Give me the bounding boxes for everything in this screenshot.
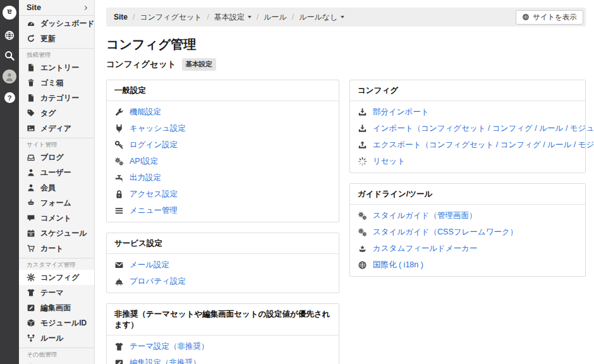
sidebar-item-module-id[interactable]: モジュールID xyxy=(19,315,94,331)
breadcrumb-item[interactable]: Site xyxy=(114,13,128,21)
sidebar-section-label: その他管理 xyxy=(19,348,94,360)
blog-icon xyxy=(27,153,35,162)
panel-link[interactable]: API設定 xyxy=(130,156,158,167)
calendar-icon xyxy=(27,229,35,238)
panel-title: ガイドライン/ツール xyxy=(350,184,585,205)
breadcrumb-item-label: ルール xyxy=(264,12,287,23)
sidebar-item-label: ダッシュボード xyxy=(40,18,95,29)
sidebar-item-tag[interactable]: タグ xyxy=(19,106,94,121)
rule-icon xyxy=(27,334,35,343)
panel-body: メール設定プロパティ設定 xyxy=(107,254,339,293)
panel-link[interactable]: インポート（コンフィグセット / コンフィグ / ルール / モジュール） xyxy=(373,123,594,134)
panel-body: 部分インポートインポート（コンフィグセット / コンフィグ / ルール / モジ… xyxy=(350,101,585,173)
breadcrumb-item[interactable]: コンフィグセット xyxy=(140,12,202,23)
panel-link[interactable]: 出力設定 xyxy=(130,173,161,183)
panel-link[interactable]: 国際化 ( i18n ) xyxy=(373,260,423,270)
sidebar-site-header[interactable]: Site xyxy=(19,0,94,16)
page-subtitle-row: コンフィグセット 基本設定 xyxy=(106,58,586,71)
sidebar-item-rule[interactable]: ルール xyxy=(19,331,94,346)
file-icon xyxy=(27,94,35,102)
panel-link[interactable]: エクスポート（コンフィグセット / コンフィグ / ルール / モジュール） xyxy=(373,140,594,150)
breadcrumb-separator: / xyxy=(133,13,135,21)
sidebar-item-user[interactable]: ユーザー xyxy=(19,165,94,180)
sidebar-item-schedule[interactable]: スケジュール xyxy=(19,226,94,241)
list-item: エクスポート（コンフィグセット / コンフィグ / ルール / モジュール） xyxy=(350,136,585,153)
a-blog-cms-logo-icon[interactable]: a xyxy=(3,6,16,20)
page-title: コンフィグ管理 xyxy=(106,36,586,53)
list-item: メール設定 xyxy=(107,257,339,273)
panel-link[interactable]: スタイルガイド（管理画面） xyxy=(373,210,477,221)
view-site-button[interactable]: サイトを表示 xyxy=(516,10,583,25)
panel-link[interactable]: 編集設定（非推奨） xyxy=(130,358,201,364)
globe-icon[interactable] xyxy=(4,30,15,41)
panel-link[interactable]: プロパティ設定 xyxy=(130,276,186,287)
breadcrumb-item-label: コンフィグセット xyxy=(140,12,202,23)
sidebar-item-category[interactable]: カテゴリー xyxy=(19,90,94,106)
list-item: 機能設定 xyxy=(107,104,339,120)
sidebar-item-dashboard[interactable]: ダッシュボード xyxy=(19,16,94,31)
panel-link[interactable]: スタイルガイド（CSSフレームワーク） xyxy=(373,227,518,238)
list-item: アクセス設定 xyxy=(107,186,339,202)
user-icon xyxy=(27,183,35,192)
sidebar-item-update[interactable]: 更新 xyxy=(19,31,94,46)
sidebar-item-label: メディア xyxy=(40,123,71,134)
panel-link[interactable]: キャッシュ設定 xyxy=(130,123,186,134)
list-item: 出力設定 xyxy=(107,169,339,186)
tshirt-icon xyxy=(114,342,124,351)
panel-link[interactable]: ログイン設定 xyxy=(130,140,178,150)
avatar[interactable] xyxy=(3,70,16,83)
panel-body: テーマ設定（非推奨）編集設定（非推奨）ユニット設定（非推奨）一括変更フィールド設… xyxy=(107,336,339,364)
panel-deprecated: 非推奨（テーマセットや編集画面セットの設定値が優先されます）テーマ設定（非推奨）… xyxy=(106,303,339,364)
panel-link[interactable]: カスタムフィールドメーカー xyxy=(373,243,477,254)
sidebar-item-config[interactable]: コンフィグ xyxy=(19,270,94,285)
list-item: インポート（コンフィグセット / コンフィグ / ルール / モジュール） xyxy=(350,120,585,136)
panel-link[interactable]: メニュー管理 xyxy=(130,205,178,216)
sidebar-item-trash[interactable]: ゴミ箱 xyxy=(19,75,94,90)
mail-icon xyxy=(114,260,124,270)
sidebar-item-comment[interactable]: コメント xyxy=(19,210,94,226)
sidebar-item-label: 編集画面 xyxy=(40,303,71,313)
menu-icon xyxy=(114,206,124,215)
view-site-label: サイトを表示 xyxy=(533,13,577,22)
breadcrumb-item[interactable]: 基本設定 xyxy=(214,12,252,23)
sidebar: Site ダッシュボード更新投稿管理エントリーゴミ箱カテゴリータグメディアサイト… xyxy=(19,0,95,364)
comment-icon xyxy=(27,214,35,222)
left-column: 一般設定機能設定キャッシュ設定ログイン設定API設定出力設定アクセス設定メニュー… xyxy=(106,80,339,364)
sidebar-item-form[interactable]: フォーム xyxy=(19,195,94,210)
breadcrumb-item[interactable]: ルール xyxy=(264,12,287,23)
sidebar-item-entry[interactable]: エントリー xyxy=(19,60,94,75)
upload-icon xyxy=(358,140,367,150)
panel-link[interactable]: テーマ設定（非推奨） xyxy=(130,341,209,352)
list-item: カスタムフィールドメーカー xyxy=(350,240,585,257)
help-icon[interactable]: ? xyxy=(4,92,15,103)
sidebar-item-label: ブログ xyxy=(40,152,64,163)
app-window: a ? Site ダッシュボード更新投稿管理エントリーゴミ箱カテゴリータグメディ… xyxy=(0,0,594,364)
chevron-down-icon xyxy=(248,16,252,18)
sidebar-item-edit-screen[interactable]: 編集画面 xyxy=(19,300,94,315)
panel-general-settings: 一般設定機能設定キャッシュ設定ログイン設定API設定出力設定アクセス設定メニュー… xyxy=(106,80,339,222)
sidebar-item-theme[interactable]: テーマ xyxy=(19,285,94,300)
page-subtitle: コンフィグセット xyxy=(106,59,176,70)
sidebar-item-media[interactable]: メディア xyxy=(19,121,94,136)
trash-icon xyxy=(27,78,35,87)
breadcrumb-item[interactable]: ルールなし xyxy=(299,12,344,23)
panel-link[interactable]: リセット xyxy=(373,156,405,167)
sidebar-item-webhook[interactable]: Webhook xyxy=(19,360,94,364)
panel-guideline-tools: ガイドライン/ツールスタイルガイド（管理画面）スタイルガイド（CSSフレームワー… xyxy=(349,183,586,277)
panel-link[interactable]: 部分インポート xyxy=(373,107,429,118)
chevron-right-icon xyxy=(83,5,87,9)
panel-link[interactable]: アクセス設定 xyxy=(130,189,178,200)
sidebar-item-member[interactable]: 会員 xyxy=(19,180,94,195)
panel-title: 非推奨（テーマセットや編集画面セットの設定値が優先されます） xyxy=(107,304,339,336)
site-label: Site xyxy=(27,3,41,12)
sidebar-item-label: コンフィグ xyxy=(40,272,79,283)
panel-link[interactable]: 機能設定 xyxy=(130,107,161,118)
panel-service-settings: サービス設定メール設定プロパティ設定 xyxy=(106,233,339,293)
panel-columns: 一般設定機能設定キャッシュ設定ログイン設定API設定出力設定アクセス設定メニュー… xyxy=(106,80,586,364)
gears-icon xyxy=(358,228,367,237)
panel-link[interactable]: メール設定 xyxy=(130,260,169,270)
search-icon[interactable] xyxy=(4,50,15,61)
sidebar-item-cart[interactable]: カート xyxy=(19,241,94,256)
sidebar-item-blog[interactable]: ブログ xyxy=(19,150,94,165)
plug-icon xyxy=(114,124,124,133)
